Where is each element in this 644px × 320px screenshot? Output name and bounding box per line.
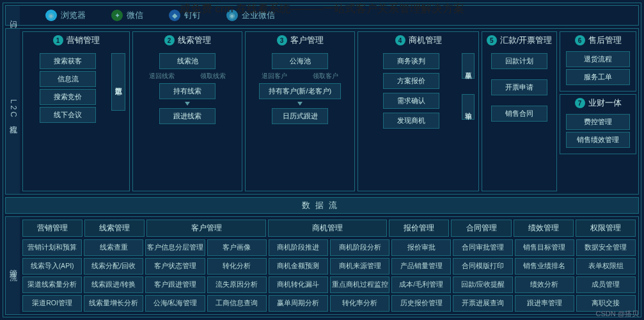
mgmt-cell: 绩效分析 bbox=[515, 276, 574, 293]
col-title-5: 汇款/开票管理 bbox=[500, 35, 553, 46]
mgmt-cell: 线索量增长分析 bbox=[84, 295, 143, 312]
cell: 公海池 bbox=[272, 53, 328, 69]
mgmt-cell: 成本/毛利管理 bbox=[391, 276, 451, 293]
cell-win: 赢单 bbox=[462, 53, 475, 79]
cell: 日历式跟进 bbox=[272, 108, 328, 124]
mgmt-cell: 客户跟进管理 bbox=[145, 276, 205, 293]
mgmt-cell: 表单权限组 bbox=[576, 258, 636, 275]
mgmt-body: 营销管理 线索管理 客户管理 商机管理 报价管理 合同管理 绩效管理 权限管理 … bbox=[20, 217, 638, 314]
mhead: 权限管理 bbox=[576, 220, 636, 237]
mgmt-cell: 合同模版打印 bbox=[453, 258, 512, 275]
mgmt-section: 管理流 营销管理 线索管理 客户管理 商机管理 报价管理 合同管理 绩效管理 权… bbox=[5, 216, 639, 315]
cell-summary: 数据汇总 bbox=[111, 53, 125, 111]
l2c-body: 1营销管理 搜索获客 信息流 搜索竞价 线下会议 数据汇总 2线索管理 线索池 … bbox=[20, 29, 639, 194]
num-3: 3 bbox=[277, 35, 287, 45]
mgmt-cell: 产品销量管理 bbox=[391, 258, 451, 275]
mgmt-cell: 销售目标管理 bbox=[515, 239, 574, 256]
mgmt-cell: 销售业绩排名 bbox=[515, 258, 574, 275]
num-5: 5 bbox=[487, 35, 497, 45]
mgmt-cell: 转化分析 bbox=[207, 258, 267, 275]
num-1: 1 bbox=[53, 35, 63, 45]
num-7: 7 bbox=[575, 98, 585, 108]
mgmt-cell: 赢单周期分析 bbox=[269, 295, 328, 312]
right-column: 6售后管理 退货流程 服务工单 7业财一体 费控管理 销售绩效管理 bbox=[560, 31, 636, 191]
col-title-3: 客户管理 bbox=[290, 35, 324, 46]
annot: 领取线索 bbox=[200, 72, 226, 81]
mgmt-cell: 报价审批 bbox=[391, 239, 451, 256]
cell: 跟进线索 bbox=[159, 108, 216, 124]
col-title-2: 线索管理 bbox=[178, 35, 211, 46]
col-aftersales: 6售后管理 退货流程 服务工单 bbox=[560, 31, 636, 92]
mgmt-cell: 商机金额预测 bbox=[269, 258, 328, 275]
mgmt-cell: 商机转化漏斗 bbox=[269, 276, 328, 293]
col-opportunity: 4商机管理 商务谈判 方案报价 需求确认 发现商机 赢单 输单 bbox=[357, 31, 479, 191]
col-title-1: 营销管理 bbox=[67, 35, 100, 46]
mgmt-cell: 线索导入(API) bbox=[22, 258, 82, 275]
col-leads: 2线索管理 线索池 退回线索领取线索 持有线索 跟进线索 bbox=[132, 31, 242, 191]
cell: 搜索获客 bbox=[40, 53, 96, 69]
mgmt-cell: 营销计划和预算 bbox=[22, 239, 82, 256]
cell: 线下会议 bbox=[40, 107, 96, 123]
col-customer: 3客户管理 公海池 退回客户领取客户 持有客户(新/老客户) 日历式跟进 bbox=[245, 31, 355, 191]
cell: 信息流 bbox=[40, 71, 96, 87]
annot: 退回客户 bbox=[262, 72, 287, 81]
mgmt-cell: 渠道ROI管理 bbox=[22, 295, 82, 312]
cell: 回款计划 bbox=[491, 53, 547, 69]
annot: 领取客户 bbox=[313, 72, 338, 81]
mgmt-cell: 线索跟进/转换 bbox=[84, 276, 143, 293]
mgmt-cell: 渠道线索量分析 bbox=[22, 276, 82, 293]
l2c-label: L2C流程 bbox=[6, 29, 20, 194]
mgmt-cell: 公海/私海管理 bbox=[145, 295, 205, 312]
mgmt-cell: 开票进展查询 bbox=[453, 295, 512, 312]
cell: 商务谈判 bbox=[383, 53, 439, 69]
mgmt-cell: 线索分配/回收 bbox=[84, 258, 143, 275]
dataflow-bar: 数据流 bbox=[5, 197, 639, 214]
page-title: 成免费 crm 在线看系统———一站式客户关系管理解决方案 bbox=[0, 1, 644, 16]
mgmt-cell: 客户信息分层管理 bbox=[145, 239, 205, 256]
col-title-4: 商机管理 bbox=[409, 35, 442, 46]
cell: 服务工单 bbox=[566, 69, 630, 85]
arrow-down-icon bbox=[297, 102, 302, 106]
cell: 持有线索 bbox=[159, 83, 216, 99]
annot: 退回线索 bbox=[149, 72, 175, 81]
num-4: 4 bbox=[395, 35, 405, 45]
mhead: 线索管理 bbox=[84, 220, 145, 237]
num-2: 2 bbox=[164, 35, 175, 45]
col-title-7: 业财一体 bbox=[588, 97, 622, 109]
mgmt-cell: 商机阶段推进 bbox=[269, 239, 328, 256]
col-marketing: 1营销管理 搜索获客 信息流 搜索竞价 线下会议 数据汇总 bbox=[22, 31, 130, 191]
arrow-down-icon bbox=[185, 102, 190, 106]
diagram-frame: 门户 ◉浏览器 ✦微信 ◆钉钉 ◉企业微信 L2C流程 1营销管理 搜索获客 信… bbox=[3, 3, 641, 317]
cell: 退货流程 bbox=[566, 51, 630, 67]
col-payment: 5汇款/开票管理 回款计划 开票申请 销售合同 bbox=[482, 31, 557, 191]
mgmt-cell: 合同审批管理 bbox=[453, 239, 512, 256]
mhead: 客户管理 bbox=[146, 220, 265, 237]
mhead: 营销管理 bbox=[22, 220, 82, 237]
mgmt-cell: 数据安全管理 bbox=[576, 239, 636, 256]
mgmt-cell: 回款/应收提醒 bbox=[453, 276, 512, 293]
mgmt-cell: 工商信息查询 bbox=[207, 295, 267, 312]
cell-lose: 输单 bbox=[462, 94, 475, 120]
col-title-6: 售后管理 bbox=[588, 35, 622, 46]
cell: 持有客户(新/老客户) bbox=[259, 83, 341, 99]
watermark: CSDN @搭贝 bbox=[596, 309, 639, 319]
mgmt-cell: 跟进率管理 bbox=[515, 295, 574, 312]
cell: 销售绩效管理 bbox=[566, 132, 630, 148]
mgmt-cell: 转化率分析 bbox=[330, 295, 389, 312]
mgmt-cell: 客户状态管理 bbox=[145, 258, 205, 275]
mgmt-cell: 成员管理 bbox=[576, 276, 636, 293]
mgmt-cell: 历史报价管理 bbox=[391, 295, 451, 312]
mgmt-cell: 商机来源管理 bbox=[330, 258, 389, 275]
mhead: 商机管理 bbox=[268, 220, 387, 237]
cell: 费控管理 bbox=[566, 114, 630, 130]
cell: 方案报价 bbox=[383, 73, 439, 89]
mgmt-heads: 营销管理 线索管理 客户管理 商机管理 报价管理 合同管理 绩效管理 权限管理 bbox=[22, 220, 636, 237]
l2c-section: L2C流程 1营销管理 搜索获客 信息流 搜索竞价 线下会议 数据汇总 2线索管… bbox=[5, 28, 639, 195]
mgmt-cell: 商机阶段分析 bbox=[330, 239, 389, 256]
cell: 搜索竞价 bbox=[40, 89, 96, 105]
cell: 线索池 bbox=[159, 53, 216, 69]
mgmt-label: 管理流 bbox=[6, 217, 20, 314]
num-6: 6 bbox=[575, 35, 585, 45]
mgmt-cell: 重点商机过程监控 bbox=[330, 276, 389, 293]
mgmt-cell: 线索查重 bbox=[84, 239, 143, 256]
